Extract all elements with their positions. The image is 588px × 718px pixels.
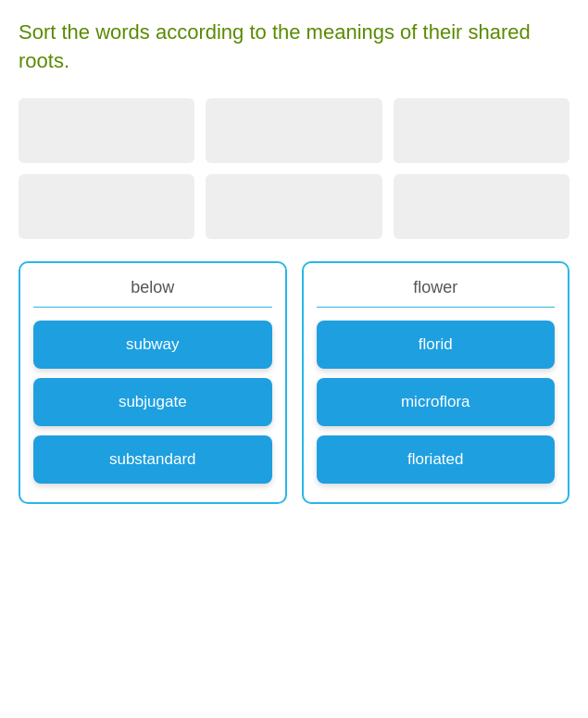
drop-cell-1[interactable] [19, 98, 194, 163]
drop-cell-6[interactable] [394, 174, 569, 239]
word-button-substandard[interactable]: substandard [33, 435, 272, 484]
instruction-text: Sort the words according to the meanings… [19, 19, 569, 76]
categories-container: below subway subjugate substandard flowe… [19, 261, 569, 504]
drop-cell-2[interactable] [206, 98, 382, 163]
word-button-floriated[interactable]: floriated [317, 435, 556, 484]
word-button-subway[interactable]: subway [33, 321, 272, 369]
category-flower-divider [317, 307, 556, 308]
drop-grid-2 [19, 174, 569, 239]
word-button-microflora[interactable]: microflora [317, 378, 556, 426]
category-flower-label: flower [413, 278, 457, 297]
category-flower: flower florid microflora floriated [302, 261, 570, 504]
drop-cell-3[interactable] [394, 98, 569, 163]
word-button-subjugate[interactable]: subjugate [33, 378, 272, 426]
category-below: below subway subjugate substandard [19, 261, 287, 504]
category-below-divider [33, 307, 272, 308]
drop-cell-5[interactable] [206, 174, 382, 239]
drop-cell-4[interactable] [19, 174, 194, 239]
category-below-label: below [131, 278, 174, 297]
drop-grid [19, 98, 569, 163]
word-button-florid[interactable]: florid [317, 321, 556, 369]
